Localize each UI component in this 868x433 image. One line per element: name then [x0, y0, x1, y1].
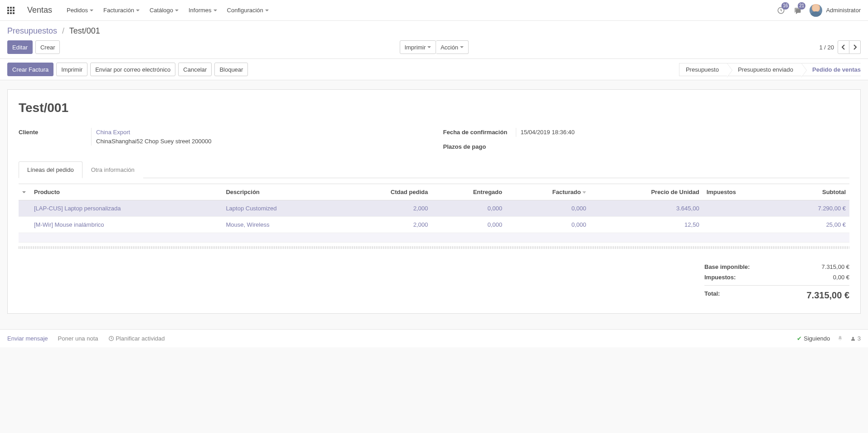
pager-next-button[interactable]	[849, 40, 861, 54]
svg-point-2	[852, 337, 854, 339]
top-nav: Ventas Pedidos Facturación Catálogo Info…	[0, 0, 868, 21]
form-left-col: Cliente China Export ChinaShanghai52 Cho…	[19, 128, 425, 150]
breadcrumb-sep: /	[62, 26, 64, 35]
statusbar: Presupuesto Presupuesto enviado Pedido d…	[679, 63, 861, 76]
lock-button[interactable]: Bloquear	[214, 63, 248, 76]
sort-icon	[582, 191, 586, 194]
menu-configuracion[interactable]: Configuración	[223, 4, 273, 16]
cell-delivered[interactable]: 0,000	[487, 221, 502, 228]
status-presupuesto[interactable]: Presupuesto	[679, 63, 727, 76]
caret-down-icon	[90, 10, 93, 11]
cell-product[interactable]: [M-Wir] Mouse inalámbrico	[34, 221, 104, 228]
menu-catalogo[interactable]: Catálogo	[145, 4, 183, 16]
chatter-bar: Enviar mensaje Poner una nota Planificar…	[0, 329, 868, 347]
menu-pedidos[interactable]: Pedidos	[62, 4, 98, 16]
main-menu: Pedidos Facturación Catálogo Informes Co…	[62, 4, 273, 16]
col-row-toggle[interactable]	[19, 184, 30, 200]
cell-qty[interactable]: 2,000	[413, 221, 428, 228]
create-invoice-button[interactable]: Crear Factura	[7, 63, 53, 76]
edit-button[interactable]: Editar	[7, 40, 33, 54]
total-value: 7.315,00 €	[806, 290, 849, 301]
record-title: Test/001	[19, 101, 849, 115]
breadcrumb-current: Test/001	[69, 26, 100, 35]
base-label: Base imponible:	[704, 263, 750, 270]
user-menu[interactable]: Administrator	[810, 4, 861, 17]
messages-icon[interactable]: 21	[793, 6, 801, 15]
col-qty[interactable]: Ctdad pedida	[341, 184, 432, 200]
schedule-activity-link[interactable]: Planificar actividad	[108, 335, 165, 342]
log-note-link[interactable]: Poner una nota	[58, 335, 98, 342]
cell-description[interactable]: Laptop Customized	[226, 205, 276, 212]
menu-informes[interactable]: Informes	[184, 4, 222, 16]
create-button[interactable]: Crear	[35, 40, 60, 54]
order-lines-table: Producto Descripción Ctdad pedida Entreg…	[19, 184, 849, 243]
caret-down-icon	[22, 191, 26, 193]
cell-unit-price[interactable]: 12,50	[684, 221, 699, 228]
form-sheet: Test/001 Cliente China Export ChinaShang…	[7, 89, 861, 314]
confirm-date-label: Fecha de confirmación	[443, 128, 516, 136]
activities-badge: 16	[781, 2, 789, 10]
cell-qty[interactable]: 2,000	[413, 205, 428, 212]
apps-icon[interactable]	[7, 7, 15, 14]
client-label: Cliente	[19, 128, 91, 136]
following-button[interactable]: ✔Siguiendo	[797, 335, 830, 342]
caret-down-icon	[265, 10, 269, 11]
messages-badge: 21	[798, 2, 805, 10]
status-presupuesto-enviado[interactable]: Presupuesto enviado	[727, 63, 801, 76]
table-empty-row[interactable]	[19, 233, 849, 242]
action-dropdown[interactable]: Acción	[436, 40, 469, 54]
pager-text[interactable]: 1 / 20	[819, 44, 834, 51]
cell-invoiced[interactable]: 0,000	[572, 205, 587, 212]
print-dropdown[interactable]: Imprimir	[399, 40, 436, 54]
tabs: Líneas del pedido Otra información	[19, 161, 849, 178]
caret-down-icon	[213, 10, 217, 11]
cell-taxes[interactable]	[703, 200, 778, 216]
confirm-date-value: 15/04/2019 18:36:40	[516, 128, 850, 137]
tax-label: Impuestos:	[704, 274, 736, 281]
col-description[interactable]: Descripción	[222, 184, 340, 200]
user-name: Administrator	[826, 7, 861, 14]
cell-delivered[interactable]: 0,000	[487, 205, 502, 212]
client-link[interactable]: China Export	[96, 129, 130, 136]
bell-icon[interactable]	[837, 335, 843, 342]
activities-icon[interactable]: 16	[777, 6, 785, 15]
tab-other-info[interactable]: Otra información	[82, 161, 143, 178]
total-label: Total:	[704, 290, 720, 301]
cell-description[interactable]: Mouse, Wireless	[226, 221, 269, 228]
cell-invoiced[interactable]: 0,000	[572, 221, 587, 228]
pager-prev-button[interactable]	[838, 40, 849, 54]
table-row[interactable]: [LAP-CUS] Laptop personalizada Laptop Cu…	[19, 200, 849, 216]
cell-product[interactable]: [LAP-CUS] Laptop personalizada	[34, 205, 121, 212]
cell-subtotal[interactable]: 25,00 €	[826, 221, 846, 228]
cancel-button[interactable]: Cancelar	[178, 63, 212, 76]
cell-unit-price[interactable]: 3.645,00	[676, 205, 699, 212]
print-button[interactable]: Imprimir	[56, 63, 87, 76]
send-email-button[interactable]: Enviar por correo electrónico	[90, 63, 175, 76]
client-value: China Export ChinaShanghai52 Chop Suey s…	[91, 128, 425, 146]
breadcrumb-root[interactable]: Presupuestos	[7, 26, 57, 35]
status-pedido-ventas[interactable]: Pedido de ventas	[801, 63, 861, 76]
totals: Base imponible:7.315,00 € Impuestos:0,00…	[19, 262, 849, 302]
col-product[interactable]: Producto	[30, 184, 222, 200]
cell-taxes[interactable]	[703, 216, 778, 233]
col-taxes[interactable]: Impuestos	[703, 184, 778, 200]
caret-down-icon	[460, 46, 464, 48]
app-brand[interactable]: Ventas	[27, 5, 52, 15]
menu-facturacion[interactable]: Facturación	[99, 4, 144, 16]
send-message-link[interactable]: Enviar mensaje	[7, 335, 48, 342]
followers-count[interactable]: 3	[850, 335, 861, 342]
table-row[interactable]: [M-Wir] Mouse inalámbrico Mouse, Wireles…	[19, 216, 849, 233]
table-resize-handle[interactable]	[19, 246, 849, 249]
cell-subtotal[interactable]: 7.290,00 €	[818, 205, 846, 212]
control-panel: Presupuestos / Test/001 Editar Crear Imp…	[0, 21, 868, 59]
payment-terms-label: Plazos de pago	[443, 142, 516, 150]
col-subtotal[interactable]: Subtotal	[778, 184, 849, 200]
tax-value: 0,00 €	[833, 274, 849, 281]
tab-order-lines[interactable]: Líneas del pedido	[19, 161, 82, 178]
avatar	[810, 4, 822, 17]
col-unit-price[interactable]: Precio de Unidad	[590, 184, 703, 200]
col-delivered[interactable]: Entregado	[432, 184, 506, 200]
caret-down-icon	[175, 10, 179, 11]
col-invoiced[interactable]: Facturado	[506, 184, 590, 200]
caret-down-icon	[136, 10, 140, 11]
